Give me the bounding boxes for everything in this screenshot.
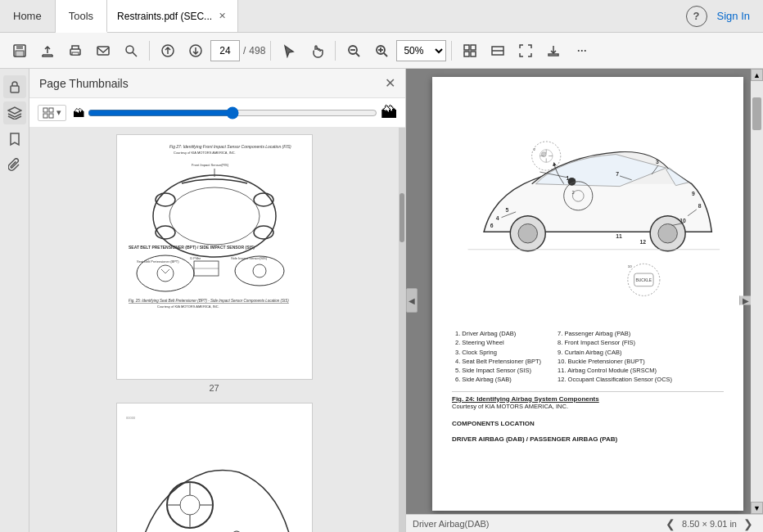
- scroll-track[interactable]: [751, 81, 763, 502]
- legend-item-1: 1. Driver Airbag (DAB): [455, 329, 541, 338]
- legend-item-2: 2. Steering Wheel: [455, 338, 541, 347]
- paperclip-icon[interactable]: [3, 154, 26, 177]
- main-area: Page Thumbnails ✕ ▾ 🏔 🏔: [0, 69, 763, 532]
- fit-page-button[interactable]: [457, 38, 483, 64]
- pdf-spacer: [452, 410, 724, 415]
- zoom-selector[interactable]: 50% 75% 100% 125% 150%: [396, 40, 446, 61]
- right-collapse-button[interactable]: ▶: [739, 296, 751, 305]
- thumbnails-scroll-area: Fig 27: Identifying Front Impact Sensor …: [29, 128, 405, 532]
- svg-text:7: 7: [616, 171, 619, 177]
- hand-tool-button[interactable]: [304, 38, 330, 64]
- svg-text:Courtesy of KIA MOTORS AMERICA: Courtesy of KIA MOTORS AMERICA, INC.: [157, 304, 219, 309]
- zoom-out-button[interactable]: [341, 38, 367, 64]
- page-number-input[interactable]: [210, 40, 240, 61]
- more-options-button[interactable]: ···: [568, 38, 594, 64]
- thumb-page-content-next: 00000: [116, 403, 313, 532]
- right-collapse-icon: ▶: [743, 296, 749, 305]
- email-button[interactable]: [90, 38, 116, 64]
- svg-rect-20: [471, 52, 476, 56]
- svg-text:12: 12: [639, 239, 646, 245]
- svg-text:10: 10: [679, 218, 686, 223]
- thumbnails-scrollbar[interactable]: [399, 128, 405, 532]
- view-dropdown-icon: ▾: [56, 107, 61, 118]
- file-tab[interactable]: Restraints.pdf (SEC... ✕: [107, 0, 238, 32]
- scroll-up-arrow[interactable]: ▲: [751, 69, 763, 81]
- upload-button[interactable]: [34, 38, 61, 64]
- svg-rect-26: [49, 108, 53, 112]
- legend-item-11: 11. Airbag Control Module (SRSCM): [558, 366, 672, 375]
- legend-item-3: 3. Clock Spring: [455, 348, 541, 357]
- svg-rect-23: [549, 54, 558, 56]
- download-button[interactable]: [540, 38, 567, 64]
- thumbnail-page-27[interactable]: Fig 27: Identifying Front Impact Sensor …: [36, 134, 392, 393]
- left-collapse-button[interactable]: ◀: [406, 288, 418, 313]
- legend-item-8: 8. Front Impact Sensor (FIS): [558, 338, 672, 347]
- search-button[interactable]: [118, 38, 144, 64]
- thumbnails-close-button[interactable]: ✕: [385, 75, 395, 91]
- thumbnail-size-slider[interactable]: [88, 106, 377, 119]
- svg-text:6: 6: [490, 223, 494, 228]
- sign-in-button[interactable]: Sign In: [717, 10, 750, 22]
- pdf-bottom-nav: ❮ 8.50 × 9.01 in ❯: [662, 517, 756, 530]
- legend-item-6: 6. Side Airbag (SAB): [455, 375, 541, 384]
- scroll-thumb[interactable]: [752, 97, 761, 130]
- pdf-diagram: 1 2 3 4: [452, 93, 724, 322]
- thumbnail-page-next[interactable]: 00000: [36, 403, 392, 532]
- print-button[interactable]: [62, 38, 88, 64]
- file-tab-label: Restraints.pdf (SEC...: [117, 11, 212, 22]
- thumbnails-title: Page Thumbnails: [39, 77, 385, 90]
- bookmark-icon[interactable]: [3, 128, 26, 151]
- svg-text:Courtesy of KIA MOTORS AMERICA: Courtesy of KIA MOTORS AMERICA, INC.: [174, 151, 236, 155]
- thumbnails-panel: Page Thumbnails ✕ ▾ 🏔 🏔: [29, 69, 406, 532]
- svg-text:BUCKLE: BUCKLE: [636, 278, 652, 282]
- tools-tab[interactable]: Tools: [56, 0, 107, 33]
- svg-line-7: [133, 52, 137, 56]
- left-collapse-icon: ◀: [409, 296, 415, 305]
- svg-rect-4: [72, 52, 79, 55]
- svg-text:8: 8: [698, 203, 702, 209]
- zoom-in-button[interactable]: [368, 38, 395, 64]
- svg-point-66: [658, 224, 677, 243]
- prev-page-button[interactable]: [155, 38, 181, 64]
- bottom-nav-next[interactable]: ❯: [740, 517, 756, 530]
- cursor-tool-button[interactable]: [276, 38, 302, 64]
- lock-icon[interactable]: [3, 75, 26, 98]
- save-button[interactable]: [7, 38, 33, 64]
- svg-text:00000: 00000: [126, 416, 136, 420]
- fit-width-button[interactable]: [485, 38, 511, 64]
- thumbnails-scroll-thumb[interactable]: [400, 193, 404, 242]
- pdf-page-size: 8.50 × 9.01 in: [682, 519, 737, 529]
- scroll-down-arrow[interactable]: ▼: [751, 502, 763, 514]
- thumbnail-view-button[interactable]: ▾: [38, 105, 66, 121]
- thumbnails-toolbar: ▾ 🏔 🏔: [29, 98, 405, 128]
- svg-text:Side Impact Sensor(SIS): Side Impact Sensor(SIS): [231, 256, 268, 260]
- svg-text:3: 3: [656, 159, 659, 165]
- svg-text:1: 1: [567, 175, 570, 181]
- svg-rect-2: [16, 51, 24, 56]
- top-nav-bar: Home Tools Restraints.pdf (SEC... ✕ ? Si…: [0, 0, 763, 33]
- thumb-page-num-27: 27: [209, 383, 219, 393]
- pdf-content: 1 2 3 4: [413, 69, 763, 514]
- home-tab[interactable]: Home: [0, 0, 56, 32]
- svg-rect-24: [11, 86, 19, 92]
- fullscreen-button[interactable]: [512, 38, 539, 64]
- pdf-scrollbar[interactable]: ▲ ▼: [751, 69, 763, 514]
- svg-rect-5: [97, 47, 109, 55]
- svg-text:Front Impact Sensor(FIS): Front Impact Sensor(FIS): [192, 163, 229, 167]
- pdf-section-dab: DRIVER AIRBAG (DAB) / PASSENGER AIRBAG (…: [452, 435, 724, 443]
- tab-close-button[interactable]: ✕: [217, 9, 228, 23]
- bottom-nav-prev[interactable]: ❮: [662, 517, 679, 530]
- pdf-status-text: Driver Airbag(DAB): [413, 519, 490, 529]
- help-button[interactable]: ?: [686, 6, 707, 27]
- pdf-legend-left: 1. Driver Airbag (DAB) 2. Steering Wheel…: [455, 329, 541, 385]
- toolbar-separator-4: [451, 41, 452, 61]
- svg-rect-28: [49, 114, 53, 118]
- svg-rect-27: [43, 114, 47, 118]
- svg-rect-18: [471, 45, 476, 50]
- svg-point-6: [126, 46, 133, 53]
- layers-icon[interactable]: [3, 101, 26, 124]
- home-tab-label: Home: [13, 10, 42, 22]
- legend-item-10: 10. Buckle Pretensioner (BUPT): [558, 357, 672, 366]
- next-page-button[interactable]: [183, 38, 209, 64]
- toolbar-separator-2: [270, 41, 271, 61]
